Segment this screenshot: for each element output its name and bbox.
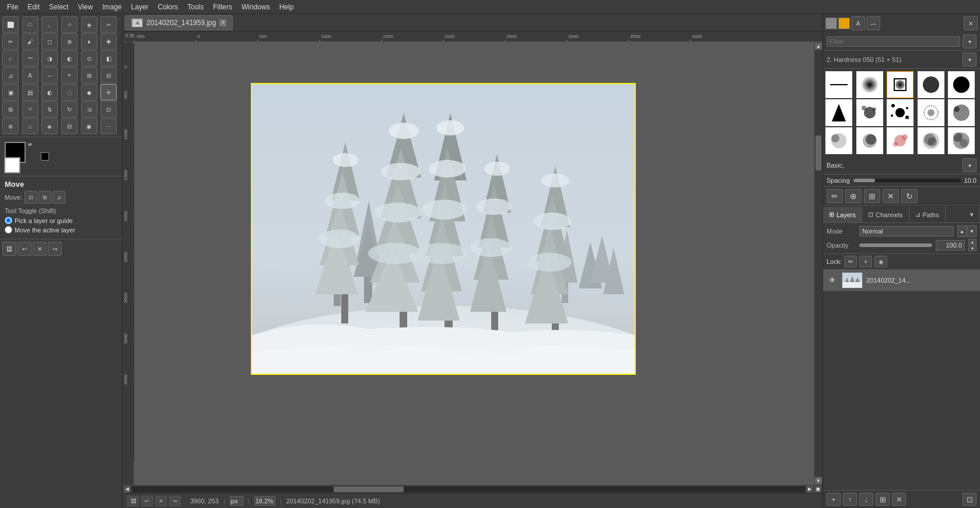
statusbar-redo-icon[interactable]: ↪ xyxy=(169,496,181,506)
top-color-square-2[interactable] xyxy=(838,18,850,29)
canvas-viewport[interactable]: ▲ ▼ xyxy=(134,42,822,485)
opacity-increase-btn[interactable]: ▲ xyxy=(968,239,977,245)
tool-extra5[interactable]: ◈ xyxy=(41,118,58,134)
top-color-square-1[interactable] xyxy=(825,18,837,29)
spacing-bar[interactable] xyxy=(853,179,961,182)
scroll-right-btn[interactable]: ▶ xyxy=(806,486,813,493)
menu-help[interactable]: Help xyxy=(275,2,299,12)
layers-panel-menu[interactable]: ▾ xyxy=(964,207,980,222)
layer-duplicate-btn[interactable]: ⊞ xyxy=(876,493,890,506)
tool-scissors[interactable]: ✂ xyxy=(100,16,117,33)
tool-airbrush[interactable]: ⊕ xyxy=(61,33,78,50)
mode-decrease-btn[interactable]: ▲ xyxy=(957,225,967,237)
lock-alpha-btn[interactable]: ◈ xyxy=(874,256,887,267)
tool-sharpen[interactable]: ◆ xyxy=(81,84,97,100)
menu-windows[interactable]: Windows xyxy=(237,2,275,12)
background-color[interactable] xyxy=(4,157,20,173)
tool-desaturate[interactable]: ◐ xyxy=(61,50,78,67)
move-active-layer-radio[interactable] xyxy=(5,226,12,234)
zoom-select[interactable]: 18.2% 25% 50% 100% xyxy=(254,496,275,506)
layer-visibility-toggle[interactable]: 👁 xyxy=(827,274,838,286)
brush-filter-dropdown-btn[interactable]: ▾ xyxy=(963,34,977,48)
panel-menu-btn[interactable]: ✕ xyxy=(964,16,978,30)
statusbar-undo-icon[interactable]: ↩ xyxy=(141,496,153,506)
statusbar-new-icon[interactable]: 🖼 xyxy=(127,496,139,506)
tool-pencil[interactable]: ✏ xyxy=(2,33,19,50)
scroll-corner[interactable]: ◼ xyxy=(814,486,821,493)
tool-ink[interactable]: ♦ xyxy=(81,33,97,50)
new-image-icon[interactable]: 🖼 xyxy=(2,242,16,256)
tool-colorpick[interactable]: ⌂ xyxy=(22,118,38,134)
tool-select-ellipse[interactable]: ⬭ xyxy=(22,16,38,33)
tool-path[interactable]: ⊿ xyxy=(2,67,19,83)
tool-text[interactable]: A xyxy=(22,67,38,83)
tool-extra2[interactable]: ⌖ xyxy=(61,67,78,83)
brush-cell-12[interactable] xyxy=(856,127,883,154)
tool-extra1[interactable]: ◧ xyxy=(100,50,117,67)
undo-icon[interactable]: ↩ xyxy=(18,242,32,256)
tool-extra8[interactable]: ⋯ xyxy=(100,118,117,134)
tab-channels[interactable]: ⊡ Channels xyxy=(862,207,909,222)
tool-crop[interactable]: ⌗ xyxy=(22,101,38,117)
scroll-up-btn[interactable]: ▲ xyxy=(815,43,822,50)
brush-cell-15[interactable] xyxy=(948,127,975,154)
tool-gradient[interactable]: ▤ xyxy=(22,84,38,100)
tool-scale[interactable]: ⇲ xyxy=(81,101,97,117)
brush-cell-8[interactable] xyxy=(887,99,914,126)
brush-cell-6[interactable] xyxy=(825,99,852,126)
tool-zoom[interactable]: ⊕ xyxy=(2,118,19,134)
brush-preset-dropdown[interactable]: ▾ xyxy=(963,158,977,172)
redo-icon[interactable]: ↪ xyxy=(48,242,62,256)
tool-measure[interactable]: ↔ xyxy=(41,67,58,83)
tool-paint[interactable]: 🖌 xyxy=(22,33,38,50)
tool-eraser[interactable]: ◻ xyxy=(41,33,58,50)
tool-align[interactable]: ⊞ xyxy=(2,101,19,117)
tool-clone[interactable]: ⌂ xyxy=(2,50,19,67)
brush-cell-9[interactable] xyxy=(918,99,944,126)
brush-cell-5[interactable] xyxy=(948,71,975,98)
tool-rotate[interactable]: ↻ xyxy=(61,101,78,117)
tool-bucket[interactable]: ▣ xyxy=(2,84,19,100)
tool-heal[interactable]: ✚ xyxy=(100,33,117,50)
menu-select[interactable]: Select xyxy=(44,2,73,12)
menu-edit[interactable]: Edit xyxy=(23,2,44,12)
move-pick-layer-radio[interactable] xyxy=(5,217,12,224)
brush-cell-11[interactable] xyxy=(825,127,852,154)
tool-move[interactable]: ✛ xyxy=(100,84,117,100)
brush-cell-3[interactable] xyxy=(887,71,914,98)
tool-extra6[interactable]: ⊟ xyxy=(61,118,78,134)
tool-blur[interactable]: ◌ xyxy=(61,84,78,100)
brush-cell-2[interactable] xyxy=(856,71,883,98)
mode-increase-btn[interactable]: ▼ xyxy=(967,225,977,237)
brush-refresh-btn[interactable]: ↻ xyxy=(901,189,918,203)
color-swap-btn[interactable] xyxy=(41,152,49,161)
menu-view[interactable]: View xyxy=(73,2,97,12)
layer-new-btn[interactable]: + xyxy=(827,493,841,506)
move-option-pick-path[interactable]: ⊿ xyxy=(52,191,65,204)
brush-cell-13[interactable] xyxy=(887,127,914,154)
tool-flip[interactable]: ⇅ xyxy=(41,101,58,117)
tool-warp[interactable]: ⊙ xyxy=(81,50,97,67)
brush-cell-7[interactable] xyxy=(856,99,883,126)
lock-pixels-btn[interactable]: ✏ xyxy=(844,256,857,267)
top-text-icon[interactable]: A xyxy=(851,16,865,30)
brush-add-btn[interactable]: ⊕ xyxy=(845,189,862,203)
tool-smudge[interactable]: 〜 xyxy=(22,50,38,67)
opacity-decrease-btn[interactable]: ▼ xyxy=(968,245,977,251)
menu-image[interactable]: Image xyxy=(97,2,126,12)
move-option-pick-item[interactable]: ⊞ xyxy=(38,191,51,204)
brush-delete-btn[interactable]: ✕ xyxy=(883,189,899,203)
tool-extra4[interactable]: ⊟ xyxy=(100,67,117,83)
statusbar-cancel-icon[interactable]: ✕ xyxy=(155,496,167,506)
brush-cell-4[interactable] xyxy=(918,71,944,98)
vertical-scrollbar[interactable]: ▲ ▼ xyxy=(814,42,822,485)
scroll-thumb[interactable] xyxy=(816,135,821,171)
scroll-down-btn[interactable]: ▼ xyxy=(815,477,822,484)
hscroll-thumb[interactable] xyxy=(334,486,404,492)
tool-extra7[interactable]: ◉ xyxy=(81,118,97,134)
layer-lower-btn[interactable]: ↓ xyxy=(859,493,873,506)
brush-cell-14[interactable] xyxy=(918,127,944,154)
brush-edit-btn[interactable]: ✏ xyxy=(827,189,843,203)
menu-file[interactable]: File xyxy=(2,2,23,12)
lock-position-btn[interactable]: + xyxy=(859,256,872,267)
